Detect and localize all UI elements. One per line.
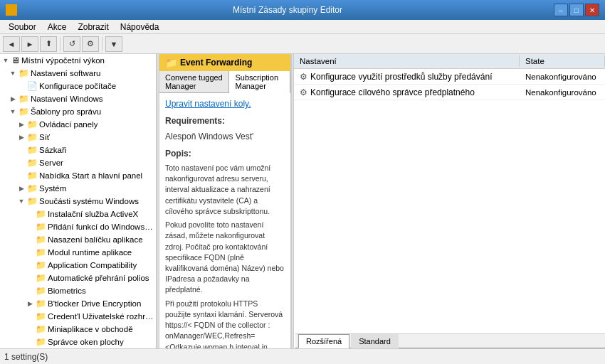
right-item-name-1: Konfigurace využití prostředků služby př… [310,72,492,82]
expand-icon [17,159,26,167]
minimize-button[interactable]: – [554,4,568,16]
close-button[interactable]: ✕ [585,4,599,16]
tree-item-pc-config[interactable]: 📄 Konfigurace počítače [0,80,156,92]
middle-header: 📁 Event Forwarding [159,54,290,71]
tab-convene[interactable]: Convene tugged Manager [159,71,229,92]
expand-icon: ▶ [9,95,17,103]
tree-item-network[interactable]: ▶ 📁 Síť [0,131,156,144]
tree-label: Instalační služba ActiveX [48,210,138,218]
right-row-2[interactable]: ⚙ Konfigurace cílového správce předplatn… [294,85,605,100]
tree-label: Credent'l Uživatelské rozhraní [48,312,154,321]
window-title: Místní Zásady skupiny Editor [21,5,554,15]
tree-item-control-panel[interactable]: ▶ 📁 Ovládací panely [0,118,156,131]
requirements-value: Alespoň Windows Vest' [165,130,285,143]
tree-item-runtime[interactable]: 📁 Modul runtime aplikace [0,246,156,259]
tree-item-app-compat[interactable]: 📁 Application Compatibility [0,259,156,272]
folder-icon: 📁 [36,247,46,257]
tree-label: Součásti systému Windows [39,197,139,205]
main-container: ▼ 🖥 Místní výpočetní výkon ▼ 📁 Nastavení… [0,54,605,348]
right-row-1[interactable]: ⚙ Konfigurace využití prostředků služby … [294,69,605,85]
tree-item-miniapps[interactable]: 📁 Miniaplikace v obchodě [0,323,156,336]
tree-label: Ovládací panely [39,120,98,129]
menu-bar: Soubor Akce Zobrazit Nápověda [0,20,605,34]
tree-label: B'tlocker Drive Encryption [48,299,141,308]
expand-icon: ▶ [17,184,26,193]
toolbar-separator [60,37,60,51]
tree-item-desktop-mgr[interactable]: 📁 Správce oken plochy [0,336,156,348]
tree-item-server[interactable]: 📁 Server [0,156,156,169]
tree-label: Nastavení softwaru [31,69,100,77]
tree-item-add-features[interactable]: 📁 Přidání funkcí do Windows 8.1 [0,220,156,233]
refresh-button[interactable]: ↺ [63,36,80,52]
expand-icon: ▶ [17,133,26,141]
tree-item-sazka[interactable]: 📁 Sázkaři [0,144,156,156]
folder-icon: 📁 [36,324,46,334]
sub-tabs-row: Rozšířená Standard [295,334,605,348]
tree-label: Systém [39,184,66,193]
tab-subscription[interactable]: Subscription Manager [229,71,290,93]
expand-icon: ▶ [17,120,26,129]
tree-label: Místní výpočetní výkon [21,56,105,65]
expand-icon [17,82,26,90]
expand-icon [26,248,34,257]
folder-icon: 📁 [36,337,46,347]
tree-item-system[interactable]: ▶ 📁 Systém [0,182,156,195]
tree-label: Biometrics [48,287,86,295]
right-cell-state-1: Nenakonfigurováno [520,73,605,81]
expand-icon [26,210,34,218]
tree-item-software[interactable]: ▼ 📁 Nastavení softwaru [0,67,156,80]
tree-item-bitlocker[interactable]: ▶ 📁 B'tlocker Drive Encryption [0,297,156,310]
middle-tabs: Convene tugged Manager Subscription Mana… [159,71,290,93]
tree-item-root[interactable]: ▼ 🖥 Místní výpočetní výkon [0,54,156,67]
folder-icon-yellow: 📁 [165,57,177,68]
back-button[interactable]: ◄ [3,36,20,52]
folder-icon: 📁 [36,209,46,219]
maximize-button[interactable]: □ [569,4,584,16]
expand-icon [17,146,26,154]
tree-item-package[interactable]: 📁 Nasazení balíčku aplikace [0,233,156,246]
tree-label: Nastavení Windows [31,95,103,103]
tree-item-autoplay[interactable]: 📁 Automatické přehrání polios [0,272,156,284]
tree-label: Application Compatibility [48,261,137,269]
expand-icon [17,171,26,180]
tree-label: Šablony pro správu [31,107,101,116]
tree-label: Síť [39,133,50,141]
menu-view[interactable]: Zobrazit [72,21,114,33]
tree-item-biometrics[interactable]: 📁 Biometrics [0,284,156,297]
middle-panel: 📁 Event Forwarding Convene tugged Manage… [159,54,291,348]
tree-label: Konfigurace počítače [39,82,116,90]
folder-icon: 📁 [27,145,38,155]
folder-icon: 📁 [27,132,38,142]
up-button[interactable]: ⬆ [40,36,57,52]
tree-item-templates[interactable]: ▼ 📁 Šablony pro správu [0,105,156,118]
settings-button[interactable]: ⚙ [82,36,99,52]
forward-button[interactable]: ► [21,36,38,52]
desc-text: Toto nastavení poc vám umožní nakonfigur… [165,163,285,217]
expand-icon: ▼ [9,69,17,77]
menu-help[interactable]: Nápověda [115,21,165,33]
right-cell-state-2: Nenakonfigurováno [520,88,605,97]
filter-button[interactable]: ▼ [105,36,122,52]
folder-icon: 📁 [27,196,38,206]
edit-link[interactable]: Upravit nastavení koly. [165,99,251,109]
tree-item-credential[interactable]: 📁 Credent'l Uživatelské rozhraní [0,310,156,323]
tree-label: Modul runtime aplikace [48,248,132,257]
subtab-extended[interactable]: Rozšířená [298,334,349,348]
right-cell-name-1: ⚙ Konfigurace využití prostředků služby … [294,72,520,82]
status-text: 1 setting(S) [4,352,48,362]
subtab-standard[interactable]: Standard [351,334,399,348]
tree-label: Nasazení balíčku aplikace [48,235,143,244]
menu-action[interactable]: Akce [42,21,73,33]
tree-item-windows-settings[interactable]: ▶ 📁 Nastavení Windows [0,92,156,105]
folder-icon: 📁 [36,235,46,245]
folder-icon: 📁 [19,68,29,78]
col-header-state[interactable]: State [520,55,605,67]
menu-file[interactable]: Soubor [3,21,42,33]
col-header-setting[interactable]: Nastavení [294,55,520,67]
tree-item-activex[interactable]: 📁 Instalační služba ActiveX [0,208,156,220]
title-bar: Místní Zásady skupiny Editor – □ ✕ [0,0,605,20]
tree-item-start-menu[interactable]: 📁 Nabídka Start a hlavní panel [0,169,156,182]
app-icon [6,4,17,16]
tree-item-windows-components[interactable]: ▼ 📁 Součásti systému Windows [0,195,156,208]
gear-icon-1: ⚙ [300,72,307,82]
